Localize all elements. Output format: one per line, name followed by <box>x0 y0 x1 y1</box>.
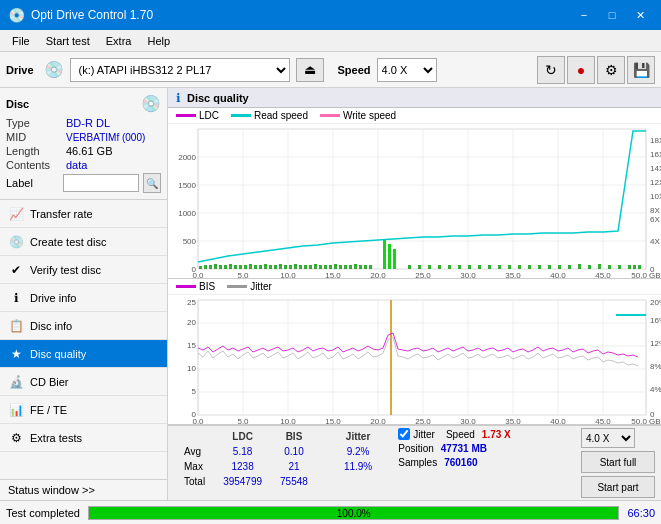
svg-text:20.0: 20.0 <box>370 271 386 279</box>
sidebar-item-transfer-rate[interactable]: 📈 Transfer rate <box>0 200 167 228</box>
disc-quality-icon: ★ <box>8 346 24 362</box>
nav-label-disc-quality: Disc quality <box>30 348 86 360</box>
svg-text:0.0: 0.0 <box>192 271 204 279</box>
col-jitter: Jitter <box>336 430 380 443</box>
nav-label-drive-info: Drive info <box>30 292 76 304</box>
svg-rect-76 <box>364 265 367 269</box>
legend-read-speed-color <box>231 114 251 117</box>
sidebar-item-fe-te[interactable]: 📊 FE / TE <box>0 396 167 424</box>
sidebar-item-drive-info[interactable]: ℹ Drive info <box>0 284 167 312</box>
legend-bis: BIS <box>176 281 215 292</box>
menu-help[interactable]: Help <box>139 30 178 52</box>
save-button[interactable]: 💾 <box>627 56 655 84</box>
start-part-button[interactable]: Start part <box>581 476 655 498</box>
bottom-legend: BIS Jitter <box>168 279 661 295</box>
drive-select[interactable]: (k:) ATAPI iHBS312 2 PL17 <box>70 58 290 82</box>
svg-text:10.0: 10.0 <box>280 271 296 279</box>
extra-tests-icon: ⚙ <box>8 430 24 446</box>
legend-jitter-label: Jitter <box>250 281 272 292</box>
nav-label-verify-test-disc: Verify test disc <box>30 264 101 276</box>
stats-row-total: Total 3954799 75548 <box>176 475 380 488</box>
col-bis: BIS <box>272 430 316 443</box>
svg-text:10.0: 10.0 <box>280 417 296 425</box>
nav-label-create-test-disc: Create test disc <box>30 236 106 248</box>
svg-rect-96 <box>558 265 561 269</box>
svg-rect-71 <box>339 265 342 269</box>
avg-bis: 0.10 <box>272 445 316 458</box>
svg-text:40.0: 40.0 <box>550 271 566 279</box>
sidebar-item-verify-test-disc[interactable]: ✔ Verify test disc <box>0 256 167 284</box>
svg-text:16X: 16X <box>650 150 661 159</box>
nav-label-extra-tests: Extra tests <box>30 432 82 444</box>
svg-text:20%: 20% <box>650 298 661 307</box>
legend-write-speed-color <box>320 114 340 117</box>
svg-text:12X: 12X <box>650 178 661 187</box>
svg-rect-47 <box>219 265 222 269</box>
svg-rect-43 <box>199 266 202 269</box>
svg-rect-91 <box>508 265 511 269</box>
stats-speed-select[interactable]: 4.0 X <box>581 428 635 448</box>
svg-rect-49 <box>229 264 232 269</box>
speed-select[interactable]: 4.0 X <box>377 58 437 82</box>
maximize-button[interactable]: □ <box>599 5 625 25</box>
minimize-button[interactable]: − <box>571 5 597 25</box>
app-icon: 💿 <box>8 7 25 23</box>
label-input[interactable] <box>63 174 139 192</box>
svg-rect-59 <box>279 264 282 269</box>
jitter-checkbox[interactable] <box>398 428 410 440</box>
nav-label-transfer-rate: Transfer rate <box>30 208 93 220</box>
record-button[interactable]: ● <box>567 56 595 84</box>
label-search-button[interactable]: 🔍 <box>143 173 161 193</box>
svg-rect-46 <box>214 264 217 269</box>
menu-start-test[interactable]: Start test <box>38 30 98 52</box>
nav-label-cd-bier: CD Bier <box>30 376 69 388</box>
close-button[interactable]: ✕ <box>627 5 653 25</box>
svg-rect-84 <box>438 265 441 269</box>
svg-text:30.0: 30.0 <box>460 271 476 279</box>
status-text: Test completed <box>6 507 80 519</box>
svg-text:500: 500 <box>183 237 197 246</box>
svg-text:15.0: 15.0 <box>325 417 341 425</box>
title-bar-left: 💿 Opti Drive Control 1.70 <box>8 7 153 23</box>
legend-read-speed: Read speed <box>231 110 308 121</box>
svg-text:10X: 10X <box>650 192 661 201</box>
jitter-checkbox-row: Jitter Speed 1.73 X <box>398 428 511 440</box>
avg-ldc: 5.18 <box>215 445 270 458</box>
sidebar-item-create-test-disc[interactable]: 💿 Create test disc <box>0 228 167 256</box>
legend-jitter-color <box>227 285 247 288</box>
svg-rect-53 <box>249 264 252 269</box>
avg-jitter: 9.2% <box>336 445 380 458</box>
svg-rect-67 <box>319 265 322 269</box>
settings-button[interactable]: ⚙ <box>597 56 625 84</box>
svg-rect-75 <box>359 265 362 269</box>
title-bar: 💿 Opti Drive Control 1.70 − □ ✕ <box>0 0 661 30</box>
disc-header: Disc 💿 <box>6 94 161 113</box>
svg-rect-94 <box>538 265 541 269</box>
type-value: BD-R DL <box>66 117 161 129</box>
time-value: 66:30 <box>627 507 655 519</box>
sidebar-item-cd-bier[interactable]: 🔬 CD Bier <box>0 368 167 396</box>
eject-button[interactable]: ⏏ <box>296 58 324 82</box>
svg-text:18X: 18X <box>650 136 661 145</box>
menu-file[interactable]: File <box>4 30 38 52</box>
sidebar-item-disc-quality[interactable]: ★ Disc quality <box>0 340 167 368</box>
start-full-button[interactable]: Start full <box>581 451 655 473</box>
sidebar-item-disc-info[interactable]: 📋 Disc info <box>0 312 167 340</box>
stats-row-max: Max 1238 21 11.9% <box>176 460 380 473</box>
col-ldc: LDC <box>215 430 270 443</box>
sidebar-item-extra-tests[interactable]: ⚙ Extra tests <box>0 424 167 452</box>
status-window-button[interactable]: Status window >> <box>0 479 167 500</box>
max-jitter: 11.9% <box>336 460 380 473</box>
menu-extra[interactable]: Extra <box>98 30 140 52</box>
refresh-button[interactable]: ↻ <box>537 56 565 84</box>
svg-text:4%: 4% <box>650 385 661 394</box>
svg-text:5.0: 5.0 <box>237 271 249 279</box>
svg-text:45.0: 45.0 <box>595 417 611 425</box>
contents-value: data <box>66 159 161 171</box>
svg-rect-103 <box>628 265 631 269</box>
speed-value: 1.73 X <box>482 429 511 440</box>
label-row: Label 🔍 <box>6 173 161 193</box>
top-legend: LDC Read speed Write speed <box>168 108 661 124</box>
svg-text:35.0: 35.0 <box>505 417 521 425</box>
content-area: ℹ Disc quality LDC Read speed Write spee… <box>168 88 661 500</box>
